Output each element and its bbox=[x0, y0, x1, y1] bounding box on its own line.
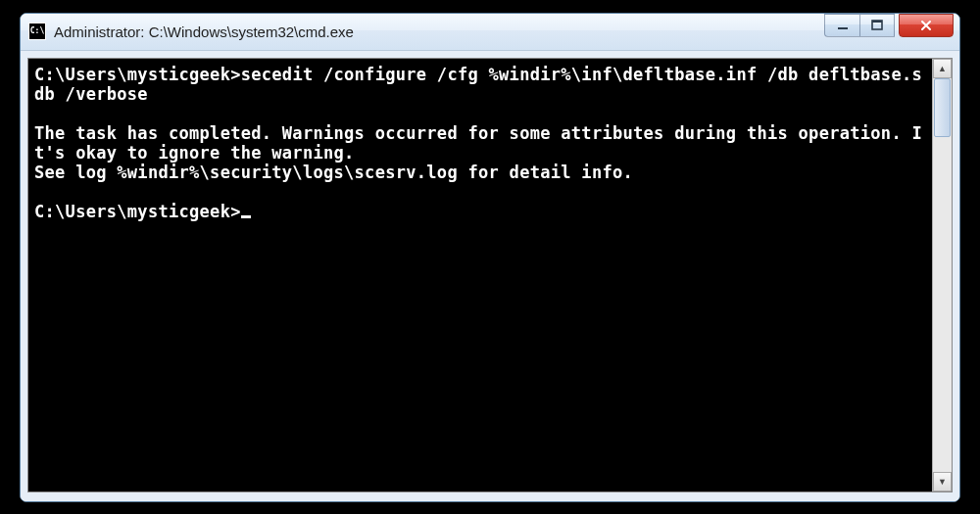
svg-rect-2 bbox=[872, 21, 882, 23]
scroll-thumb[interactable] bbox=[934, 78, 951, 137]
close-button[interactable] bbox=[899, 14, 954, 37]
close-icon bbox=[919, 19, 933, 32]
maximize-icon bbox=[871, 20, 883, 31]
console-output[interactable]: C:\Users\mysticgeek>secedit /configure /… bbox=[28, 59, 932, 491]
cmd-window: C:\ Administrator: C:\Windows\system32\c… bbox=[20, 13, 960, 502]
output-msg-1: The task has completed. Warnings occurre… bbox=[34, 123, 922, 163]
cursor bbox=[241, 215, 251, 218]
vertical-scrollbar[interactable]: ▲ ▼ bbox=[932, 59, 952, 491]
minimize-button[interactable] bbox=[824, 14, 859, 37]
titlebar[interactable]: C:\ Administrator: C:\Windows\system32\c… bbox=[21, 14, 959, 51]
client-area: C:\Users\mysticgeek>secedit /configure /… bbox=[21, 51, 959, 501]
scroll-down-button[interactable]: ▼ bbox=[933, 472, 952, 491]
cmd-icon-label: C:\ bbox=[30, 27, 44, 35]
scroll-up-button[interactable]: ▲ bbox=[933, 59, 952, 78]
svg-rect-0 bbox=[838, 27, 848, 29]
minimize-icon bbox=[837, 20, 849, 31]
prompt-2: C:\Users\mysticgeek> bbox=[34, 202, 241, 221]
prompt-1: C:\Users\mysticgeek> bbox=[34, 65, 241, 84]
output-msg-2: See log %windir%\security\logs\scesrv.lo… bbox=[34, 163, 633, 182]
maximize-button[interactable] bbox=[859, 14, 895, 37]
cmd-icon: C:\ bbox=[28, 23, 46, 40]
console-frame: C:\Users\mysticgeek>secedit /configure /… bbox=[27, 58, 953, 492]
window-title: Administrator: C:\Windows\system32\cmd.e… bbox=[54, 23, 824, 40]
scroll-track[interactable] bbox=[933, 78, 952, 472]
window-controls bbox=[824, 14, 954, 50]
